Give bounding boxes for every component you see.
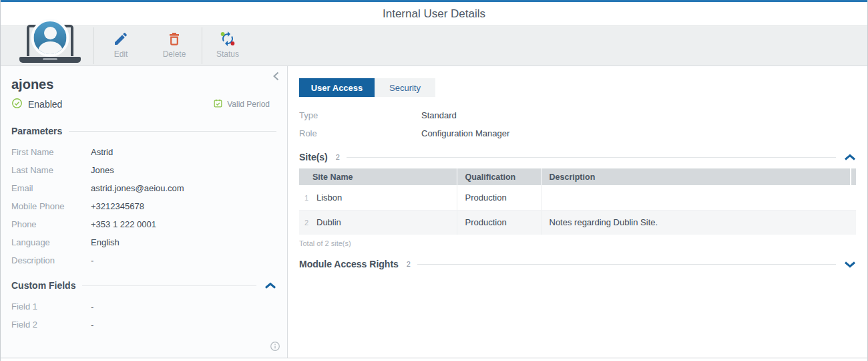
field-label: Field 2 bbox=[11, 316, 91, 334]
field-value: Configuration Manager bbox=[421, 124, 509, 142]
edit-button[interactable]: Edit bbox=[99, 31, 142, 59]
chevron-down-icon[interactable] bbox=[844, 261, 856, 268]
field-label: Role bbox=[299, 124, 421, 142]
field-value: Standard bbox=[421, 106, 457, 124]
field-label: Type bbox=[299, 106, 421, 124]
title-bar: Internal User Details bbox=[1, 2, 867, 25]
toolbar: Edit Delete Status bbox=[1, 25, 867, 66]
field-value: +3212345678 bbox=[91, 197, 144, 215]
toolbar-divider bbox=[202, 27, 202, 64]
column-header-description: Description bbox=[541, 168, 856, 185]
custom-fields-title: Custom Fields bbox=[11, 280, 75, 291]
parameter-row: Phone+353 1 222 0001 bbox=[11, 215, 276, 233]
user-summary-panel: ajones Enabled Valid Period Parameters bbox=[1, 66, 288, 358]
valid-period-label: Valid Period bbox=[227, 100, 270, 109]
trash-icon bbox=[166, 31, 182, 47]
field-label: Language bbox=[11, 233, 91, 251]
field-value: English bbox=[91, 233, 120, 251]
delete-button[interactable]: Delete bbox=[153, 31, 196, 59]
content-area: ajones Enabled Valid Period Parameters bbox=[1, 66, 867, 358]
field-label: Mobile Phone bbox=[11, 197, 91, 215]
parameter-row: Mobile Phone+3212345678 bbox=[11, 197, 276, 215]
description-cell bbox=[541, 185, 856, 210]
enabled-status: Enabled bbox=[11, 98, 62, 111]
status-row: Enabled Valid Period bbox=[11, 98, 276, 111]
panel-collapse-chevron-left-icon[interactable] bbox=[271, 70, 283, 85]
row-number: 1 bbox=[304, 194, 312, 202]
page-title: Internal User Details bbox=[383, 7, 485, 21]
delete-button-label: Delete bbox=[163, 49, 186, 59]
edit-button-label: Edit bbox=[114, 49, 128, 59]
qualification-cell: Production bbox=[457, 185, 541, 210]
chevron-up-icon[interactable] bbox=[844, 154, 856, 161]
field-value: - bbox=[91, 251, 93, 269]
calendar-check-icon bbox=[213, 98, 223, 110]
sites-section-header: Site(s) 2 bbox=[299, 152, 856, 162]
user-access-panel: User Access Security TypeStandard RoleCo… bbox=[288, 66, 867, 358]
info-circle-icon[interactable] bbox=[270, 341, 280, 354]
field-label: Description bbox=[11, 251, 91, 269]
sites-table-wrap: Site Name Qualification Description 1Lis… bbox=[299, 168, 856, 235]
custom-field-row: Field 1- bbox=[11, 297, 276, 316]
access-field-row: RoleConfiguration Manager bbox=[299, 124, 856, 142]
enabled-status-label: Enabled bbox=[28, 99, 62, 110]
chevron-up-icon[interactable] bbox=[264, 282, 276, 289]
tab-security[interactable]: Security bbox=[375, 78, 435, 97]
field-label: First Name bbox=[11, 143, 91, 161]
parameter-row: LanguageEnglish bbox=[11, 233, 276, 251]
description-cell: Notes regarding Dublin Site. bbox=[541, 210, 856, 235]
custom-fields-list: Field 1- Field 2- bbox=[11, 297, 276, 334]
column-header-site-name: Site Name bbox=[299, 168, 457, 185]
field-value: - bbox=[91, 297, 93, 316]
module-access-count-badge: 2 bbox=[407, 260, 411, 268]
user-photo-badge[interactable] bbox=[19, 21, 81, 64]
site-row-dublin[interactable]: 2Dublin Production Notes regarding Dubli… bbox=[299, 210, 856, 235]
parameter-row: First NameAstrid bbox=[11, 143, 276, 161]
site-row-lisbon[interactable]: 1Lisbon Production bbox=[299, 185, 856, 210]
site-name-cell: Lisbon bbox=[316, 193, 342, 203]
valid-period-badge[interactable]: Valid Period bbox=[213, 98, 270, 110]
field-label: Phone bbox=[11, 215, 91, 233]
sites-table: Site Name Qualification Description 1Lis… bbox=[299, 168, 856, 235]
status-button[interactable]: Status bbox=[206, 31, 249, 59]
field-value: Jones bbox=[91, 161, 114, 179]
user-avatar-icon bbox=[31, 19, 69, 57]
custom-field-row: Field 2- bbox=[11, 316, 276, 334]
sites-table-header-row: Site Name Qualification Description bbox=[299, 168, 856, 185]
module-access-title: Module Access Rights bbox=[299, 259, 399, 269]
module-access-section-header: Module Access Rights 2 bbox=[299, 259, 856, 269]
field-label: Email bbox=[11, 179, 91, 197]
parameter-row: Description- bbox=[11, 251, 276, 269]
parameters-list: First NameAstrid Last NameJones Emailast… bbox=[11, 143, 276, 269]
parameter-row: Emailastrid.jones@aeiou.com bbox=[11, 179, 276, 197]
section-divider-line bbox=[82, 285, 256, 286]
site-name-cell: Dublin bbox=[316, 217, 341, 227]
status-button-label: Status bbox=[216, 49, 239, 59]
field-label: Last Name bbox=[11, 161, 91, 179]
sites-count-badge: 2 bbox=[336, 153, 340, 161]
qualification-cell: Production bbox=[457, 210, 541, 235]
toolbar-divider bbox=[93, 27, 94, 64]
internal-user-details-window: Internal User Details Edit Delete S bbox=[0, 0, 868, 361]
parameter-row: Last NameJones bbox=[11, 161, 276, 179]
row-number: 2 bbox=[304, 219, 312, 227]
field-label: Field 1 bbox=[11, 297, 91, 316]
field-value: astrid.jones@aeiou.com bbox=[91, 179, 184, 197]
sites-total-text: Total of 2 site(s) bbox=[299, 239, 856, 247]
section-divider-line bbox=[417, 264, 836, 265]
field-value: Astrid bbox=[91, 143, 113, 161]
field-value: - bbox=[91, 316, 93, 334]
parameters-section-header: Parameters bbox=[11, 126, 276, 136]
tab-security-label: Security bbox=[389, 83, 421, 93]
field-value: +353 1 222 0001 bbox=[91, 215, 156, 233]
section-divider-line bbox=[347, 157, 836, 158]
parameters-title: Parameters bbox=[11, 126, 62, 136]
section-divider-line bbox=[69, 131, 276, 132]
sync-arrows-icon bbox=[220, 31, 236, 47]
column-header-qualification: Qualification bbox=[457, 168, 541, 185]
custom-fields-section-header: Custom Fields bbox=[11, 280, 276, 291]
tab-user-access[interactable]: User Access bbox=[299, 78, 375, 97]
tab-user-access-label: User Access bbox=[311, 83, 363, 93]
username: ajones bbox=[11, 77, 276, 92]
access-field-row: TypeStandard bbox=[299, 106, 856, 124]
